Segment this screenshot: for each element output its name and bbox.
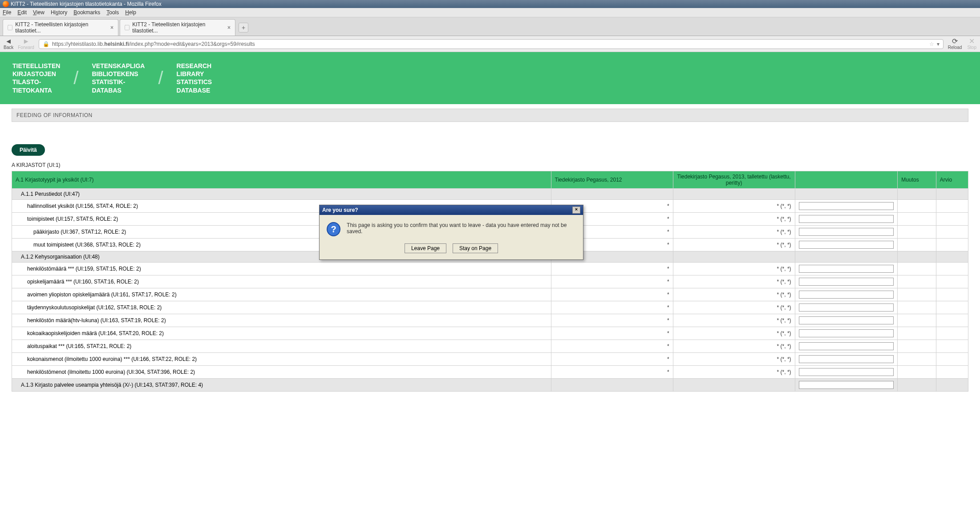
- value-input[interactable]: [799, 265, 894, 273]
- dialog-titlebar: Are you sure? ×: [320, 205, 583, 215]
- table-row: aloituspaikat *** (UI:165, STAT:21, ROLE…: [12, 340, 968, 352]
- cell-input-wrap: [795, 212, 898, 225]
- cell-2013: * (*, *): [673, 275, 795, 288]
- cell-2012: *: [551, 365, 673, 378]
- firefox-icon: [3, 1, 9, 7]
- cell-muutos: [898, 275, 936, 288]
- cell-arvio: [936, 275, 968, 288]
- menu-view[interactable]: View: [33, 9, 45, 16]
- cell-arvio: [936, 314, 968, 327]
- url-host: helsinki.fi: [104, 41, 129, 47]
- menu-bar: File Edit View History Bookmarks Tools H…: [0, 8, 980, 17]
- stop-icon: ✕: [969, 38, 975, 45]
- banner-link-fi[interactable]: TIETEELLISTEN KIRJASTOJEN TILASTO- TIETO…: [12, 62, 60, 94]
- value-input[interactable]: [799, 342, 894, 350]
- cell-input-wrap: [795, 327, 898, 340]
- value-input[interactable]: [799, 355, 894, 363]
- url-path: /index.php?mode=edit&years=2013&orgs=59#…: [129, 41, 255, 47]
- cell-2012: *: [551, 327, 673, 340]
- cell-empty: [673, 251, 795, 262]
- cell-empty: [551, 188, 673, 199]
- stop-button[interactable]: ✕ Stop: [967, 38, 976, 50]
- leave-page-button[interactable]: Leave Page: [405, 243, 446, 253]
- close-icon[interactable]: ×: [227, 24, 231, 31]
- row-label: henkilöstömenot (ilmoitettu 1000 euroina…: [12, 365, 551, 378]
- cell-arvio: [936, 262, 968, 275]
- cell-input-wrap: [795, 365, 898, 378]
- close-icon[interactable]: ×: [110, 24, 113, 31]
- url-bar[interactable]: 🔒 https://yhteistilasto.lib.helsinki.fi/…: [39, 39, 944, 49]
- table-row: henkilöstömäärä *** (UI:159, STAT:15, RO…: [12, 262, 968, 275]
- value-input[interactable]: [799, 228, 894, 236]
- update-button[interactable]: Päivitä: [12, 144, 45, 156]
- menu-help[interactable]: Help: [125, 9, 136, 16]
- tab-bar: KITT2 - Tieteellisten kirjastojen tilast…: [0, 17, 980, 36]
- menu-bookmarks[interactable]: Bookmarks: [73, 9, 100, 16]
- cell-empty: [673, 378, 795, 391]
- page-icon: [8, 25, 12, 30]
- cell-input-wrap: [795, 238, 898, 251]
- cell-empty: [898, 378, 936, 391]
- row-label: kokonaismenot (ilmoitettu 1000 euroina) …: [12, 352, 551, 365]
- th-input: [795, 171, 898, 188]
- value-input[interactable]: [799, 241, 894, 249]
- cell-input-wrap: [795, 251, 898, 262]
- value-input[interactable]: [799, 215, 894, 223]
- breadcrumb-bar: FEEDING OF INFORMATION: [12, 109, 968, 122]
- back-label: Back: [4, 45, 13, 50]
- reload-icon: ⟳: [952, 38, 958, 45]
- new-tab-button[interactable]: +: [239, 23, 248, 32]
- value-input[interactable]: [799, 303, 894, 312]
- cell-input-wrap: [795, 352, 898, 365]
- cell-2013: * (*, *): [673, 314, 795, 327]
- divider-icon: /: [73, 68, 78, 88]
- dropdown-icon[interactable]: ▾: [937, 41, 940, 47]
- menu-tools[interactable]: Tools: [106, 9, 119, 16]
- table-row: kokoaikaopiskelijoiden määrä (UI:164, ST…: [12, 327, 968, 340]
- dialog-title: Are you sure?: [322, 207, 358, 213]
- cell-muutos: [898, 340, 936, 352]
- banner-link-sv[interactable]: VETENSKAPLIGA BIBLIOTEKENS STATISTIK- DA…: [92, 62, 145, 94]
- table-row: kokonaismenot (ilmoitettu 1000 euroina) …: [12, 352, 968, 365]
- bookmark-star-icon[interactable]: ☆: [929, 41, 934, 47]
- table-row: henkilöstön määrä(htv-lukuna) (UI:163, S…: [12, 314, 968, 327]
- cell-muutos: [898, 212, 936, 225]
- forward-button[interactable]: ► Forward: [18, 38, 34, 50]
- th-label: A.1 Kirjastotyypit ja yksiköt (UI:7): [12, 171, 551, 188]
- cell-arvio: [936, 238, 968, 251]
- menu-edit[interactable]: Edit: [17, 9, 27, 16]
- value-input[interactable]: [799, 278, 894, 286]
- stay-on-page-button[interactable]: Stay on Page: [453, 243, 498, 253]
- dialog-close-button[interactable]: ×: [572, 206, 580, 214]
- value-input[interactable]: [799, 316, 894, 324]
- value-input[interactable]: [799, 368, 894, 376]
- page-icon: [125, 25, 130, 30]
- arrow-left-icon: ◄: [5, 38, 12, 45]
- value-input[interactable]: [799, 329, 894, 337]
- table-row: A.1.1 Perustiedot (UI:47): [12, 188, 968, 199]
- value-input[interactable]: [799, 202, 894, 210]
- row-label: opiskelijamäärä *** (UI:160, STAT:16, RO…: [12, 275, 551, 288]
- row-label: henkilöstön määrä(htv-lukuna) (UI:163, S…: [12, 314, 551, 327]
- cell-input-wrap: [795, 301, 898, 314]
- value-input[interactable]: [799, 381, 894, 389]
- banner-link-en[interactable]: RESEARCH LIBRARY STATISTICS DATABASE: [177, 62, 212, 94]
- cell-arvio: [936, 301, 968, 314]
- cell-muutos: [898, 365, 936, 378]
- cell-input-wrap: [795, 188, 898, 199]
- cell-2012: *: [551, 340, 673, 352]
- cell-2012: *: [551, 288, 673, 301]
- question-icon: ?: [327, 222, 340, 236]
- tab-1[interactable]: KITT2 - Tieteellisten kirjastojen tilast…: [3, 19, 118, 36]
- value-input[interactable]: [799, 291, 894, 299]
- cell-input-wrap: [795, 314, 898, 327]
- divider-icon: /: [158, 68, 163, 88]
- cell-muutos: [898, 262, 936, 275]
- back-button[interactable]: ◄ Back: [4, 38, 13, 50]
- cell-arvio: [936, 225, 968, 238]
- menu-history[interactable]: History: [51, 9, 67, 16]
- menu-file[interactable]: File: [3, 9, 11, 16]
- reload-button[interactable]: ⟳ Reload: [948, 38, 962, 50]
- tab-2[interactable]: KITT2 - Tieteellisten kirjastojen tilast…: [120, 19, 235, 36]
- window-title: KITT2 - Tieteellisten kirjastojen tilast…: [11, 1, 162, 7]
